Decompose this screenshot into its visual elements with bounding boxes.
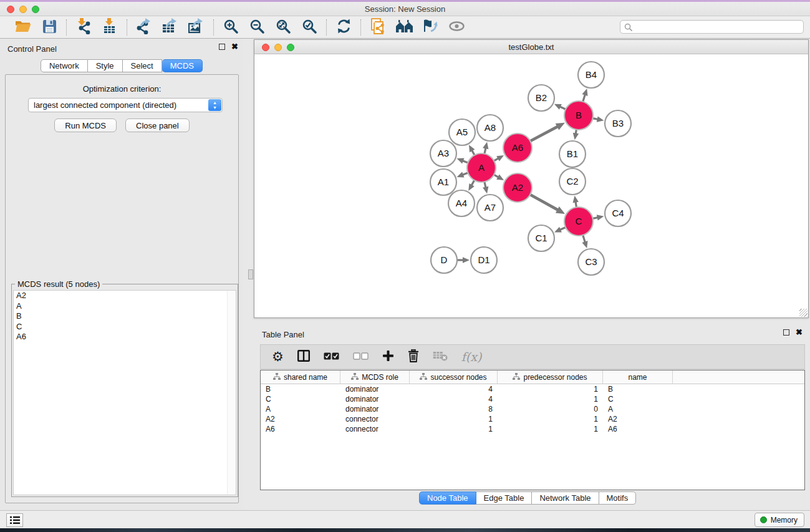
zoom-selected-button[interactable]	[299, 18, 320, 37]
export-table-icon	[162, 18, 179, 36]
mcds-result-item[interactable]: B	[14, 311, 236, 322]
window-resize-grip[interactable]	[799, 309, 808, 317]
import-table-button[interactable]	[99, 18, 120, 37]
new-network-button[interactable]	[367, 18, 388, 37]
tab-edge-table[interactable]: Edge Table	[476, 491, 533, 505]
panel-splitter-handle[interactable]	[248, 269, 253, 279]
column-header-MCDS-role[interactable]: MCDS role	[340, 370, 410, 384]
tab-select[interactable]: Select	[123, 59, 162, 72]
float-panel-icon[interactable]	[219, 44, 225, 50]
mcds-result-item[interactable]: C	[14, 322, 236, 332]
table-options-button[interactable]: ⚙	[272, 351, 284, 363]
node-label-A6: A6	[512, 142, 523, 153]
cell-predecessor-nodes[interactable]: 1	[498, 414, 603, 424]
criterion-value: largest connected component (directed)	[34, 100, 176, 110]
refresh-view-button[interactable]	[333, 18, 354, 37]
tab-mcds[interactable]: MCDS	[162, 59, 203, 72]
task-history-button[interactable]	[6, 513, 23, 527]
network-canvas[interactable]: A5A8A3AA1A4A7A6A2B2B4BB3B1C2CC4C1C3DD1	[254, 54, 808, 317]
tab-network[interactable]: Network	[41, 59, 88, 72]
cell-predecessor-nodes[interactable]: 1	[498, 424, 603, 434]
table-row[interactable]: Cdominator41C	[261, 394, 804, 404]
table-row[interactable]: A6connector11A6	[261, 424, 804, 434]
column-label: predecessor nodes	[523, 373, 587, 382]
cell-shared-name[interactable]: A	[261, 404, 340, 414]
float-table-panel-icon[interactable]	[783, 329, 789, 336]
select-all-check-icon	[324, 352, 339, 362]
zoom-out-button[interactable]	[246, 18, 268, 37]
cell-MCDS-role[interactable]: dominator	[340, 384, 410, 394]
tab-motifs[interactable]: Motifs	[599, 491, 637, 505]
network-graph[interactable]: A5A8A3AA1A4A7A6A2B2B4BB3B1C2CC4C1C3DD1	[254, 54, 808, 317]
close-panel-icon[interactable]: ✖	[231, 44, 238, 50]
column-chooser-button[interactable]	[297, 350, 310, 364]
import-network-button[interactable]	[73, 18, 94, 37]
cell-predecessor-nodes[interactable]: 0	[498, 404, 603, 414]
cell-shared-name[interactable]: C	[261, 394, 340, 404]
column-header-shared-name[interactable]: shared name	[261, 370, 340, 384]
close-table-panel-icon[interactable]: ✖	[796, 329, 803, 336]
cell-MCDS-role[interactable]: connector	[340, 414, 410, 424]
cell-successor-nodes[interactable]: 1	[410, 424, 498, 434]
column-type-icon	[513, 373, 520, 382]
save-session-button[interactable]	[39, 18, 60, 37]
cell-shared-name[interactable]: A6	[261, 424, 340, 434]
cell-name[interactable]: A2	[603, 414, 673, 424]
tab-style[interactable]: Style	[88, 59, 123, 72]
edge-A2-C[interactable]	[530, 195, 559, 211]
mcds-list-scrollbar[interactable]	[227, 291, 236, 495]
cell-successor-nodes[interactable]: 4	[410, 394, 498, 404]
cell-name[interactable]: B	[603, 384, 673, 394]
edge-A6-B[interactable]	[530, 126, 559, 141]
criterion-dropdown[interactable]: largest connected component (directed) ▲…	[28, 98, 223, 112]
select-all-check-button[interactable]	[324, 352, 339, 362]
status-bar: Memory	[0, 510, 810, 528]
mcds-result-list[interactable]: A2ABCA6	[13, 290, 236, 495]
mcds-result-item[interactable]: A2	[14, 291, 236, 301]
control-panel-tabs: NetworkStyleSelectMCDS	[0, 59, 243, 72]
search-box[interactable]	[620, 20, 804, 34]
cell-MCDS-role[interactable]: dominator	[340, 394, 410, 404]
node-table[interactable]: shared nameMCDS rolesuccessor nodesprede…	[260, 370, 805, 490]
memory-button[interactable]: Memory	[755, 513, 804, 527]
delete-column-button[interactable]	[408, 349, 419, 364]
cell-name[interactable]: A	[603, 404, 673, 414]
cell-successor-nodes[interactable]: 8	[410, 404, 498, 414]
export-network-button[interactable]	[133, 18, 155, 37]
column-header-predecessor-nodes[interactable]: predecessor nodes	[498, 370, 603, 384]
export-table-button[interactable]	[160, 18, 181, 37]
first-neighbors-button[interactable]	[393, 18, 415, 37]
column-header-successor-nodes[interactable]: successor nodes	[410, 370, 498, 384]
mcds-result-item[interactable]: A6	[14, 332, 236, 342]
table-row[interactable]: A2connector11A2	[261, 414, 804, 424]
add-column-button[interactable]	[382, 350, 394, 364]
open-file-button[interactable]	[12, 18, 34, 37]
column-header-name[interactable]: name	[603, 370, 673, 384]
cell-shared-name[interactable]: A2	[261, 414, 340, 424]
zoom-fit-icon	[276, 19, 291, 36]
cell-name[interactable]: C	[603, 394, 673, 404]
table-row[interactable]: Adominator80A	[261, 404, 804, 414]
export-image-button[interactable]	[186, 18, 207, 37]
column-type-icon	[273, 373, 281, 382]
zoom-in-button[interactable]	[220, 18, 241, 37]
deselect-all-button[interactable]	[353, 352, 369, 362]
show-all-button[interactable]	[446, 18, 467, 37]
cell-name[interactable]: A6	[603, 424, 673, 434]
mcds-result-item[interactable]: A	[14, 301, 236, 312]
cell-successor-nodes[interactable]: 1	[410, 414, 498, 424]
cell-shared-name[interactable]: B	[261, 384, 340, 394]
tab-node-table[interactable]: Node Table	[419, 491, 476, 505]
table-row[interactable]: Bdominator41B	[261, 384, 804, 394]
cell-successor-nodes[interactable]: 4	[410, 384, 498, 394]
cell-predecessor-nodes[interactable]: 1	[498, 394, 603, 404]
hide-selected-button[interactable]	[420, 18, 441, 37]
cell-MCDS-role[interactable]: dominator	[340, 404, 410, 414]
search-input[interactable]	[632, 21, 803, 32]
zoom-fit-button[interactable]	[272, 18, 294, 37]
cell-predecessor-nodes[interactable]: 1	[498, 384, 603, 394]
tab-network-table[interactable]: Network Table	[532, 491, 599, 505]
close-panel-button[interactable]: Close panel	[125, 118, 190, 132]
cell-MCDS-role[interactable]: connector	[340, 424, 410, 434]
run-mcds-button[interactable]: Run MCDS	[54, 118, 117, 132]
